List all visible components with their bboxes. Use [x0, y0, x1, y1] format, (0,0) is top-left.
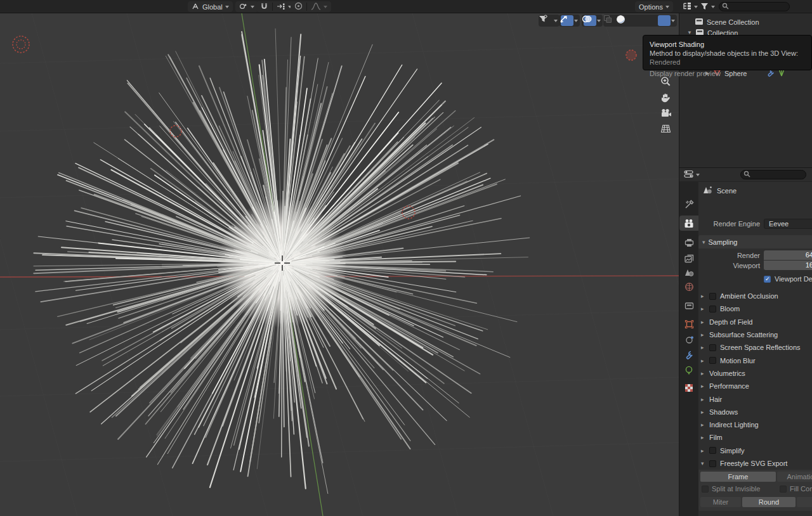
- render-section-indirect-lighting[interactable]: ▸Indirect Lighting: [698, 418, 812, 431]
- render-section-screen-space-reflections[interactable]: ▸Screen Space Reflections: [698, 341, 812, 354]
- breadcrumb-label: Scene: [717, 187, 737, 195]
- properties-panel: Scene Render Engine Eevee ▾ Sampling Ren…: [679, 168, 812, 516]
- shading-rendered-icon[interactable]: [658, 15, 671, 26]
- render-sections-list: ▸Ambient Occlusion▸Bloom▸Depth of Field▸…: [698, 290, 812, 516]
- tab-object-data[interactable]: [679, 363, 698, 378]
- tab-collection-properties[interactable]: [679, 298, 698, 313]
- linejoin-miter-button[interactable]: Miter: [700, 497, 741, 507]
- section-label: Motion Blur: [720, 357, 756, 364]
- chevron-down-icon[interactable]: [324, 6, 327, 8]
- tab-object[interactable]: [679, 316, 698, 332]
- render-section-volumetrics[interactable]: ▸Volumetrics: [698, 367, 812, 380]
- scene-icon: [703, 186, 712, 196]
- pan-hand-icon[interactable]: [660, 93, 674, 106]
- chevron-down-icon[interactable]: [671, 20, 675, 22]
- chevron-down-icon[interactable]: [597, 20, 601, 22]
- render-section-shadows[interactable]: ▸Shadows: [698, 406, 812, 418]
- linejoin-round-button[interactable]: Round: [742, 497, 796, 507]
- triangle-right-icon: ▸: [701, 306, 705, 312]
- tab-output[interactable]: [679, 235, 698, 250]
- outliner-search-input[interactable]: [729, 3, 787, 11]
- chevron-down-icon: [251, 6, 254, 8]
- section-checkbox[interactable]: [709, 460, 716, 467]
- outliner-row-scene-collection[interactable]: Scene Collection: [679, 16, 812, 27]
- render-section-simplify[interactable]: ▸Simplify: [698, 444, 812, 457]
- shading-material-icon[interactable]: [645, 15, 657, 26]
- chevron-down-icon[interactable]: [574, 20, 578, 22]
- section-label: Ambient Occlusion: [720, 292, 778, 300]
- properties-editor-type-dropdown[interactable]: [682, 169, 702, 180]
- options-dropdown[interactable]: Options: [635, 1, 673, 12]
- snap-to-icon[interactable]: [277, 3, 285, 11]
- viewport-denoising-checkbox[interactable]: [764, 276, 771, 283]
- outliner-display-mode-dropdown[interactable]: [681, 1, 699, 12]
- sampling-viewport-field[interactable]: 16: [764, 261, 812, 270]
- breadcrumb[interactable]: Scene: [703, 186, 737, 196]
- section-label: Bloom: [720, 305, 740, 313]
- outliner-tree-icon: [683, 2, 691, 11]
- overlays-icon[interactable]: [584, 15, 596, 26]
- triangle-down-icon: ▾: [702, 239, 705, 245]
- object-visibility-dropdown[interactable]: [539, 15, 560, 27]
- orthographic-toggle-icon[interactable]: [660, 124, 674, 138]
- chevron-down-icon[interactable]: [554, 20, 558, 22]
- pivot-point-dropdown[interactable]: [235, 1, 258, 12]
- render-section-ambient-occlusion[interactable]: ▸Ambient Occlusion: [698, 290, 812, 302]
- section-label: Volumetrics: [709, 370, 745, 377]
- split-at-invisible-checkbox[interactable]: [702, 486, 709, 493]
- tab-view-layer[interactable]: [679, 251, 698, 266]
- chevron-down-icon: [665, 6, 669, 8]
- fill-contours-checkbox[interactable]: [780, 486, 787, 493]
- section-label: Shadows: [709, 408, 738, 416]
- tab-texture[interactable]: [679, 380, 698, 396]
- falloff-curve-icon[interactable]: [311, 3, 321, 11]
- viewport-3d[interactable]: [0, 13, 679, 516]
- proportional-edit-icon[interactable]: [294, 2, 303, 11]
- outliner-filter-dropdown[interactable]: [699, 1, 716, 12]
- tab-physics[interactable]: [679, 332, 698, 347]
- render-section-film[interactable]: ▸Film: [698, 431, 812, 444]
- sampling-render-field[interactable]: 64: [764, 250, 812, 260]
- viewport-canvas[interactable]: [0, 13, 679, 516]
- tab-world[interactable]: [679, 279, 698, 294]
- shading-solid-icon[interactable]: [631, 15, 644, 26]
- section-checkbox[interactable]: [709, 344, 716, 351]
- sampling-panel-header[interactable]: ▾ Sampling: [698, 235, 812, 248]
- render-engine-label: Render Engine: [700, 220, 760, 228]
- tab-render[interactable]: [679, 216, 698, 231]
- collection-box-icon: [695, 18, 704, 27]
- viewport-denoising-label: Viewport Denoising: [775, 275, 812, 283]
- tab-scene[interactable]: [679, 265, 698, 280]
- render-section-bloom[interactable]: ▸Bloom: [698, 302, 812, 315]
- split-at-invisible-label: Split at Invisible: [712, 485, 760, 493]
- section-checkbox[interactable]: [709, 357, 716, 364]
- linejoin-bevel-button[interactable]: [797, 497, 812, 507]
- properties-search-input[interactable]: [750, 171, 803, 179]
- freestyle-mode-frame-button[interactable]: Frame: [700, 472, 776, 482]
- section-checkbox[interactable]: [709, 447, 716, 454]
- section-checkbox[interactable]: [709, 293, 716, 300]
- render-section-performance[interactable]: ▸Performance: [698, 380, 812, 392]
- render-section-freestyle-svg-export[interactable]: ▾Freestyle SVG Export: [698, 457, 812, 470]
- freestyle-mode-animation-button[interactable]: Animation: [777, 472, 812, 482]
- camera-view-icon[interactable]: [660, 108, 674, 122]
- section-label: Hair: [709, 396, 722, 403]
- gizmo-icon[interactable]: [561, 15, 573, 26]
- transform-orientation-dropdown[interactable]: Global: [188, 1, 233, 12]
- render-section-subsurface-scattering[interactable]: ▸Subsurface Scattering: [698, 328, 812, 341]
- zoom-tool-icon[interactable]: [660, 76, 674, 90]
- tooltip-title: Viewport Shading: [650, 40, 805, 49]
- viewport-denoising-row[interactable]: Viewport Denoising: [764, 275, 812, 283]
- properties-search[interactable]: [740, 170, 806, 179]
- render-section-depth-of-field[interactable]: ▸Depth of Field: [698, 316, 812, 328]
- outliner-search[interactable]: [719, 2, 790, 11]
- snap-magnet-icon[interactable]: [260, 2, 268, 11]
- tab-modifiers[interactable]: [679, 347, 698, 363]
- visibility-funnel-icon[interactable]: [540, 15, 553, 26]
- tab-tool[interactable]: [679, 197, 698, 212]
- section-label: Depth of Field: [709, 318, 752, 326]
- render-section-motion-blur[interactable]: ▸Motion Blur: [698, 354, 812, 366]
- render-engine-dropdown[interactable]: Eevee: [764, 219, 812, 229]
- render-section-hair[interactable]: ▸Hair: [698, 392, 812, 405]
- section-checkbox[interactable]: [709, 306, 716, 313]
